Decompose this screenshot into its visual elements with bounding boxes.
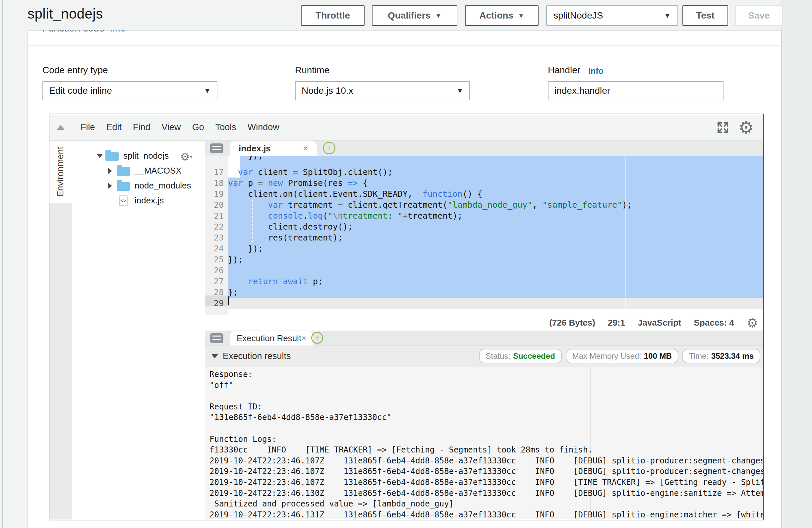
page-scrollbar[interactable] — [782, 0, 812, 528]
folder-icon — [105, 151, 119, 161]
caret-down-icon[interactable] — [97, 154, 105, 158]
code-token: = — [338, 200, 343, 210]
tree-item-label: __MACOSX — [134, 166, 182, 176]
status-gear-icon[interactable]: ⚙ — [747, 317, 758, 329]
collapse-triangle-icon[interactable] — [212, 354, 218, 358]
throttle-button[interactable]: Throttle — [301, 5, 365, 26]
code-token: client.destroy(); — [228, 222, 353, 232]
code-line-partial: }); — [228, 156, 763, 166]
code-token: var — [238, 167, 253, 177]
chevron-down-icon: ▼ — [204, 87, 211, 95]
status-file-size: (726 Bytes) — [549, 318, 595, 328]
alias-select-value: splitNodeJS — [553, 10, 603, 21]
runtime-label: Runtime — [295, 65, 330, 75]
status-badge: Status: Succeeded — [479, 349, 562, 363]
tab-execution-result[interactable]: Execution Result × — [230, 331, 313, 346]
code-token: treatment: " — [343, 211, 403, 221]
tab-list-icon[interactable] — [210, 333, 223, 343]
caret-right-icon[interactable] — [108, 168, 117, 174]
code-token: \n — [333, 211, 343, 221]
memory-badge: Max Memory Used: 100 MB — [566, 349, 679, 363]
code-token — [228, 167, 238, 177]
alias-select[interactable]: splitNodeJS ▼ — [546, 5, 678, 26]
code-token: return — [248, 277, 278, 286]
tab-index-js[interactable]: index.js × — [230, 141, 317, 156]
menu-item-edit[interactable]: Edit — [106, 122, 122, 132]
time-badge-value: 3523.34 ms — [711, 351, 754, 361]
code-token: + — [403, 211, 408, 221]
execution-results-title: Execution results — [223, 351, 291, 362]
code-token: client — [253, 167, 293, 177]
actions-button[interactable]: Actions ▼ — [465, 5, 539, 26]
menu-item-find[interactable]: Find — [133, 122, 150, 132]
chevron-down-icon: ▼ — [518, 13, 524, 19]
handler-info-link[interactable]: Info — [588, 66, 604, 76]
tree-item-label: split_nodejs — [123, 151, 169, 161]
code-token: = — [293, 167, 298, 177]
lambda-function-code-screen: split_nodejs Throttle Qualifiers ▼ Actio… — [0, 0, 812, 528]
tree-row--macosx[interactable]: __MACOSX — [72, 163, 205, 178]
log-line: 2019-10-24T22:23:46.107Z 131e865f-6eb4-4… — [209, 477, 763, 488]
new-tab-button[interactable]: + — [311, 332, 323, 344]
close-icon[interactable]: × — [303, 144, 308, 153]
code-token: console — [268, 211, 303, 221]
menu-item-window[interactable]: Window — [248, 122, 279, 132]
memory-badge-value: 100 MB — [644, 351, 672, 361]
gear-icon[interactable]: ⚙ — [738, 119, 754, 136]
menu-item-file[interactable]: File — [81, 122, 95, 132]
qualifiers-button-label: Qualifiers — [388, 10, 431, 21]
clipped-info-link: Info — [110, 30, 126, 33]
menu-item-tools[interactable]: Tools — [215, 122, 236, 132]
code-token: }); — [228, 244, 263, 253]
status-language[interactable]: JavaScript — [638, 318, 681, 328]
code-token: treatment — [283, 200, 338, 210]
fullscreen-icon[interactable] — [716, 120, 730, 134]
caret-right-icon[interactable] — [108, 183, 117, 189]
clipped-section-heading: Function code Info — [42, 30, 274, 34]
memory-badge-label: Max Memory Used: — [572, 351, 641, 361]
tree-row-split-nodejs[interactable]: split_nodejs⚙▾ — [72, 148, 205, 163]
runtime-select[interactable]: Node.js 10.x ▼ — [295, 81, 470, 100]
execution-results-log: Response:"off" Request ID:"131e865f-6eb4… — [205, 367, 763, 520]
code-line: client.on(client.Event.SDK_READY, functi… — [228, 189, 482, 200]
clipped-heading-text: Function code — [42, 30, 104, 33]
line-number: 22 — [214, 221, 224, 232]
code-token: "sample_feature" — [542, 200, 622, 210]
status-cursor-position: 29:1 — [608, 318, 625, 328]
print-margin-line — [625, 156, 626, 315]
code-line: var p = new Promise(res => { — [228, 178, 367, 189]
close-icon[interactable]: × — [302, 334, 306, 342]
code-line: var client = SplitObj.client(); — [228, 166, 393, 178]
execution-results-header: Execution results Status: Succeeded Max … — [205, 346, 763, 367]
log-line: f13330cc INFO [TIME TRACKER] => [Fetchin… — [209, 444, 593, 455]
code-token: () { — [462, 189, 482, 199]
tab-list-icon[interactable] — [210, 144, 223, 153]
save-button[interactable]: Save — [735, 5, 783, 26]
new-tab-button[interactable]: + — [323, 142, 335, 155]
code-token: var — [268, 200, 283, 210]
qualifiers-button[interactable]: Qualifiers ▼ — [372, 5, 458, 26]
folder-icon — [117, 180, 130, 191]
tree-settings-gear-icon[interactable]: ⚙▾ — [180, 150, 192, 163]
folder-glyph — [117, 167, 130, 176]
log-line — [209, 391, 214, 401]
caret-glyph — [108, 183, 112, 189]
collapse-panel-icon[interactable] — [57, 125, 64, 130]
menu-item-view[interactable]: View — [162, 122, 181, 132]
code-token: = — [258, 178, 263, 188]
code-entry-type-value: Edit code inline — [49, 86, 112, 96]
code-token: await — [283, 277, 308, 286]
text-cursor-caret — [228, 296, 229, 305]
test-button[interactable]: Test — [682, 5, 728, 26]
code-area[interactable]: }); var client = SplitObj.client();var p… — [228, 156, 763, 315]
tree-row-index-js[interactable]: <>index.js — [72, 193, 205, 208]
handler-input[interactable]: index.handler — [548, 81, 724, 100]
menu-item-go[interactable]: Go — [192, 122, 204, 132]
log-line: 2019-10-24T22:23:46.131Z 131e865f-6eb4-4… — [209, 510, 763, 520]
code-entry-type-select[interactable]: Edit code inline ▼ — [42, 81, 217, 100]
code-token: res(treatment); — [228, 233, 343, 243]
results-tab-strip: Execution Result × + — [205, 331, 763, 346]
status-spaces[interactable]: Spaces: 4 — [694, 318, 734, 328]
tree-row-node-modules[interactable]: node_modules — [72, 178, 205, 193]
environment-tab[interactable]: Environment — [49, 141, 72, 203]
